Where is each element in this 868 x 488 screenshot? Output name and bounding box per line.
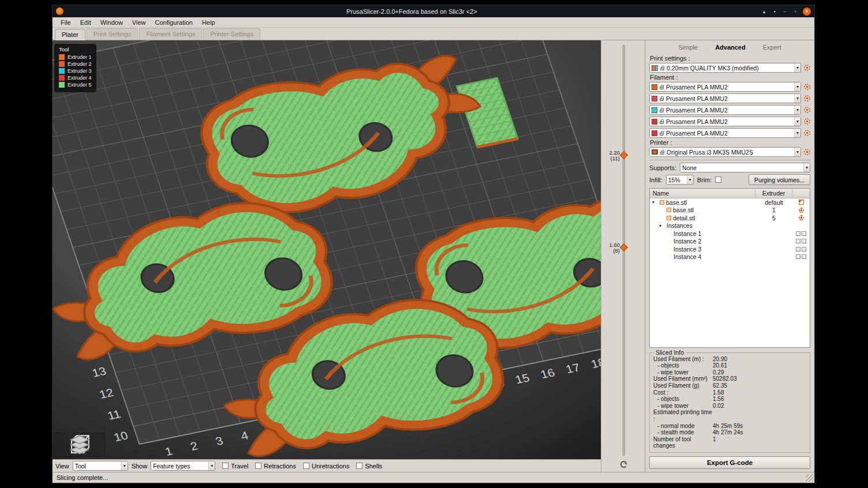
object-settings-icon[interactable] [799,200,804,205]
expand-arrow-icon[interactable]: ▾ [659,223,665,228]
menu-window[interactable]: Window [96,18,128,27]
legend-label: Extruder 1 [68,54,92,60]
print-bed-scene[interactable]: ORIGINAL PRUSA12345678910111213141516171… [53,40,601,459]
chevron-down-icon: ▾ [794,106,800,114]
list-item-base-stl[interactable]: ▾base.stldefault [650,198,810,207]
layers-view-button[interactable] [81,433,105,457]
object-name: Instance 2 [674,238,701,245]
list-item-instance-3[interactable]: Instance 3 [650,245,810,253]
chevron-down-icon: ▾ [794,117,800,126]
3d-viewport[interactable]: ORIGINAL PRUSA12345678910111213141516171… [53,40,601,459]
sliced-info-value: 1.56 [713,396,724,403]
toggle-travel[interactable]: Travel [222,463,248,470]
filament-2-select[interactable]: Prusament PLA MMU2▾ [649,93,801,103]
brim-checkbox[interactable] [715,177,721,183]
slider-reset-button[interactable] [620,461,627,468]
object-name: Instances [667,222,693,229]
infill-select[interactable]: 15% ▾ [666,175,694,185]
column-name[interactable]: Name [650,189,755,198]
view-label: View [55,463,69,470]
lock-icon [660,87,664,89]
filament-1-gear-icon[interactable] [804,84,810,90]
list-item-instance-1[interactable]: Instance 1 [650,230,810,238]
tab-plater[interactable]: Plater [55,29,85,40]
list-item-instance-4[interactable]: Instance 4 [650,253,810,261]
instance-grid-icon [802,247,806,251]
chevron-down-icon: ▾ [794,82,800,91]
legend-item-extruder-2: Extruder 2 [59,61,92,67]
legend-label: Extruder 2 [68,61,92,67]
resize-grip[interactable] [806,474,813,482]
lock-icon [660,98,664,101]
object-name: Instance 3 [674,246,701,253]
filament-4-gear-icon[interactable] [804,118,810,125]
filament-5-gear-icon[interactable] [804,130,810,136]
mode-advanced[interactable]: Advanced [715,44,746,51]
sliced-info-label: Used Filament (m) : [653,356,713,363]
toggle-unretractions[interactable]: Unretractions [303,463,349,470]
print-settings-select[interactable]: 0.20mm QUALITY MK3 (modified) ▾ [649,63,801,73]
legend-label: Extruder 3 [68,68,92,74]
lock-icon [660,121,664,124]
desktop-background: PrusaSlicer-2.0.0+Fedora based on Slic3r… [0,0,868,488]
maximize-button[interactable]: ▫ [791,7,799,16]
menu-help[interactable]: Help [197,18,220,27]
view-select[interactable]: Tool ▾ [73,461,128,471]
filament-color-swatch [652,96,657,102]
checkbox-icon[interactable] [222,463,229,469]
titlebar[interactable]: PrusaSlicer-2.0.0+Fedora based on Slic3r… [53,5,814,17]
checkbox-icon[interactable] [255,463,261,469]
close-button[interactable]: × [803,7,811,16]
layer-slider-upper-handle[interactable] [620,151,628,159]
menu-edit[interactable]: Edit [76,18,96,27]
toggle-retractions[interactable]: Retractions [255,463,296,470]
list-item-instance-2[interactable]: Instance 2 [650,238,810,246]
menu-view[interactable]: View [128,18,151,27]
minimize-button[interactable]: − [781,7,789,16]
chevron-down-icon: ▾ [803,163,810,172]
printer-select[interactable]: Original Prusa i3 MK3S MMU2S ▾ [649,147,801,157]
checkbox-icon[interactable] [303,463,309,469]
purging-volumes-button[interactable]: Purging volumes... [749,174,810,185]
column-extruder[interactable]: Extruder [755,189,792,198]
list-item-instances[interactable]: ▾Instances [650,222,810,230]
filament-color-swatch [652,84,657,90]
pin-button[interactable]: ▪ [770,7,779,16]
list-item-detail-stl[interactable]: detail.stl5 [650,214,810,222]
layer-slider-lower-handle[interactable] [620,243,628,251]
extruder-gear-icon[interactable] [799,208,804,213]
file-icon [667,216,671,220]
instance-grid-icon [796,239,800,243]
print-settings-gear-icon[interactable] [804,65,810,71]
toggle-label: Shells [365,463,382,470]
filament-3-gear-icon[interactable] [804,107,810,113]
filament-3-select[interactable]: Prusament PLA MMU2▾ [649,105,801,115]
extruder-gear-icon[interactable] [799,215,804,220]
filament-4-select[interactable]: Prusament PLA MMU2▾ [649,117,801,126]
print-settings-label: Print settings : [650,55,810,62]
filament-color-swatch [652,107,657,113]
toggle-shells[interactable]: Shells [356,463,382,470]
supports-select[interactable]: None ▾ [680,163,810,172]
list-item-base-stl[interactable]: base.stl1 [650,207,810,215]
shade-button[interactable]: ▴ [760,7,768,16]
menu-file[interactable]: File [56,18,76,27]
filament-5-select[interactable]: Prusament PLA MMU2▾ [649,128,801,138]
tab-printer-settings[interactable]: Printer Settings [203,28,260,40]
object-name: Instance 4 [674,253,701,260]
filament-2-gear-icon[interactable] [804,95,810,102]
mode-expert[interactable]: Expert [763,44,781,51]
expand-arrow-icon[interactable]: ▾ [652,200,658,205]
menu-configuration[interactable]: Configuration [150,18,197,27]
tab-print-settings[interactable]: Print Settings [87,28,138,40]
tab-filament-settings[interactable]: Filament Settings [139,28,202,40]
mode-simple[interactable]: Simple [679,44,698,51]
filament-1-select[interactable]: Prusament PLA MMU2▾ [649,82,801,92]
object-name: base.stl [673,207,694,213]
chevron-down-icon: ▾ [208,461,215,470]
extruder-value: 1 [755,207,792,213]
checkbox-icon[interactable] [356,463,362,469]
show-select[interactable]: Feature types ▾ [151,461,215,471]
printer-settings-gear-icon[interactable] [804,149,810,155]
export-gcode-button[interactable]: Export G-code [649,456,810,469]
